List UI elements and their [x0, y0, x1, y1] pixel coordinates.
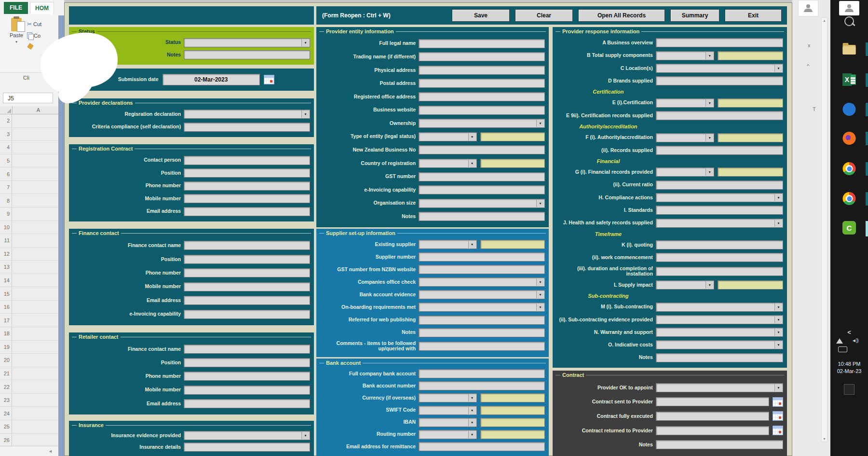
- text-field[interactable]: [184, 282, 310, 291]
- text-field[interactable]: [184, 296, 310, 305]
- chevron-down-icon[interactable]: ▼: [705, 134, 713, 141]
- network-icon[interactable]: [836, 338, 843, 344]
- open-all-records-button[interactable]: Open All Records: [578, 9, 665, 22]
- dropdown-field[interactable]: ▼: [419, 240, 476, 249]
- chevron-down-icon[interactable]: ▼: [774, 384, 782, 391]
- text-field[interactable]: [656, 440, 783, 449]
- dropdown-field[interactable]: ▼: [184, 431, 310, 440]
- text-field[interactable]: [184, 50, 310, 59]
- text-field[interactable]: [184, 399, 310, 408]
- row-header[interactable]: 24: [0, 407, 12, 420]
- text-field[interactable]: [656, 180, 783, 190]
- dropdown-field[interactable]: ▼: [656, 98, 715, 108]
- column-header-a[interactable]: A: [13, 106, 64, 114]
- dropdown-field[interactable]: ▼: [419, 393, 476, 402]
- chevron-down-icon[interactable]: ▼: [301, 432, 309, 439]
- close-icon[interactable]: x: [808, 42, 811, 48]
- text-field[interactable]: [184, 358, 310, 367]
- row-header[interactable]: 26: [0, 434, 12, 447]
- text-field[interactable]: [419, 185, 545, 194]
- chevron-down-icon[interactable]: ▼: [536, 304, 544, 311]
- dropdown-field[interactable]: ▼: [656, 315, 783, 324]
- chevron-down-icon[interactable]: ▼: [705, 99, 713, 107]
- dropdown-field[interactable]: ▼: [419, 290, 545, 299]
- text-field[interactable]: [656, 206, 783, 215]
- row-header[interactable]: 15: [0, 287, 12, 300]
- search-icon[interactable]: [844, 16, 854, 26]
- text-field[interactable]: [656, 38, 783, 47]
- dropdown-field[interactable]: ▼: [656, 64, 783, 73]
- text-field[interactable]: [419, 145, 545, 154]
- date-field[interactable]: [656, 397, 769, 406]
- dropdown-field[interactable]: ▼: [419, 277, 545, 287]
- dropdown-field[interactable]: ▼: [656, 51, 715, 60]
- chevron-down-icon[interactable]: ▼: [536, 291, 544, 298]
- dropdown-field[interactable]: ▼: [656, 303, 783, 312]
- row-header[interactable]: 4: [0, 141, 12, 154]
- tab-home[interactable]: HOM: [30, 2, 54, 14]
- dropdown-field[interactable]: ▼: [656, 280, 715, 290]
- text-field[interactable]: [419, 52, 545, 61]
- chevron-down-icon[interactable]: ▼: [774, 304, 782, 311]
- chevron-down-icon[interactable]: ▼: [536, 200, 544, 207]
- chevron-down-icon[interactable]: ▼: [468, 133, 476, 140]
- text-field[interactable]: [656, 253, 783, 262]
- text-field[interactable]: [184, 268, 310, 277]
- chevron-down-icon[interactable]: ▼: [301, 111, 309, 118]
- text-field[interactable]: [656, 240, 783, 249]
- chevron-down-icon[interactable]: ▼: [774, 316, 782, 323]
- text-field[interactable]: [184, 123, 310, 132]
- clear-button[interactable]: Clear: [515, 9, 573, 22]
- text-field[interactable]: [419, 316, 545, 325]
- row-header[interactable]: 25: [0, 420, 12, 433]
- text-field[interactable]: [184, 310, 310, 319]
- text-field[interactable]: [184, 386, 310, 395]
- date-field[interactable]: [656, 412, 769, 421]
- exit-button[interactable]: Exit: [725, 9, 782, 22]
- row-header[interactable]: 19: [0, 341, 12, 354]
- row-header[interactable]: 9: [0, 207, 12, 221]
- chevron-down-icon[interactable]: ▼: [774, 341, 782, 348]
- row-header[interactable]: 3: [0, 128, 12, 141]
- dropdown-field[interactable]: ▼: [419, 119, 545, 128]
- chrome-icon[interactable]: [843, 192, 856, 205]
- dropdown-field[interactable]: ▼: [656, 133, 715, 142]
- column-header-t[interactable]: T: [813, 106, 816, 112]
- text-field[interactable]: [419, 92, 545, 101]
- row-header[interactable]: 7: [0, 181, 12, 194]
- vertical-scrollbar[interactable]: ▲ ▼: [821, 17, 827, 442]
- row-header[interactable]: 16: [0, 301, 12, 314]
- row-header[interactable]: 22: [0, 380, 12, 393]
- calendar-icon[interactable]: [773, 411, 783, 421]
- firefox-icon[interactable]: [843, 132, 856, 145]
- text-field[interactable]: [419, 328, 545, 337]
- chrome-icon[interactable]: [843, 162, 856, 175]
- row-header[interactable]: 20: [0, 354, 12, 367]
- text-field[interactable]: [184, 181, 310, 191]
- chevron-down-icon[interactable]: ▼: [468, 394, 476, 401]
- chevron-down-icon[interactable]: ▼: [774, 65, 782, 72]
- text-field[interactable]: [419, 39, 545, 48]
- row-header[interactable]: 8: [0, 194, 12, 207]
- row-header[interactable]: 2: [0, 114, 12, 127]
- dropdown-field[interactable]: ▼: [419, 406, 476, 415]
- text-field[interactable]: [656, 353, 783, 362]
- text-field[interactable]: [419, 381, 545, 390]
- dropdown-field[interactable]: ▼: [184, 38, 310, 47]
- taskbar-clock[interactable]: 10:48 PM 02-Mar-23: [830, 360, 868, 375]
- text-field[interactable]: [656, 111, 783, 120]
- dropdown-field[interactable]: ▼: [419, 303, 545, 312]
- text-field[interactable]: [656, 146, 783, 155]
- date-field[interactable]: [656, 426, 769, 435]
- chevron-icon[interactable]: <: [847, 329, 851, 336]
- chevron-down-icon[interactable]: ▼: [468, 407, 476, 414]
- text-field[interactable]: [419, 79, 545, 88]
- dropdown-field[interactable]: ▼: [184, 110, 310, 119]
- chevron-down-icon[interactable]: ▼: [774, 220, 782, 227]
- tab-file[interactable]: FILE: [4, 2, 28, 14]
- chevron-down-icon[interactable]: ▼: [468, 419, 476, 426]
- chevron-down-icon[interactable]: ▼: [536, 120, 544, 127]
- dropdown-field[interactable]: ▼: [656, 193, 783, 202]
- text-field[interactable]: [419, 172, 545, 181]
- keyboard-icon[interactable]: [838, 346, 847, 352]
